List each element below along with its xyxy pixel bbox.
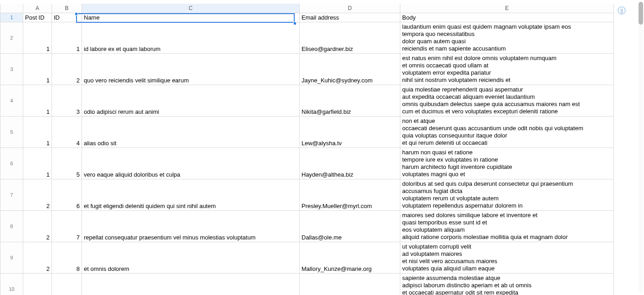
cell-D10[interactable]: Meghan_Littel@rene.us — [300, 273, 400, 295]
cell-C7[interactable]: et fugit eligendi deleniti quidem qui si… — [82, 179, 300, 210]
col-header-E[interactable]: E — [400, 4, 614, 13]
row-header-2[interactable]: 2 — [0, 22, 23, 53]
cell-E3[interactable]: est natus enim nihil est dolore omnis vo… — [400, 53, 614, 85]
cell-D3[interactable]: Jayne_Kuhic@sydney.com — [300, 53, 400, 85]
cell-C1[interactable]: Name — [82, 13, 300, 22]
cell-D8[interactable]: Dallas@ole.me — [300, 210, 400, 242]
col-header-C[interactable]: C — [82, 4, 300, 13]
cell-C2[interactable]: id labore ex et quam laborum — [82, 22, 300, 53]
cell-B1[interactable]: ID — [52, 13, 82, 22]
cell-D4[interactable]: Nikita@garfield.biz — [300, 85, 400, 116]
col-header-B[interactable]: B — [52, 4, 82, 13]
cell-D6[interactable]: Hayden@althea.biz — [300, 148, 400, 179]
cell-E4[interactable]: quia molestiae reprehenderit quasi asper… — [400, 85, 614, 116]
cell-C5[interactable]: alias odio sit — [82, 116, 300, 148]
cell-C4[interactable]: odio adipisci rerum aut animi — [82, 85, 300, 116]
cell-A6[interactable]: 1 — [23, 148, 52, 179]
cell-C9[interactable]: et omnis dolorem — [82, 242, 300, 273]
row-header-3[interactable]: 3 — [0, 53, 23, 85]
cell-B9[interactable]: 8 — [52, 242, 82, 273]
cell-A2[interactable]: 1 — [23, 22, 52, 53]
cell-B3[interactable]: 2 — [52, 53, 82, 85]
cell-C3[interactable]: quo vero reiciendis velit similique earu… — [82, 53, 300, 85]
vertical-scrollbar-track[interactable] — [639, 2, 643, 293]
cell-D7[interactable]: Presley.Mueller@myrl.com — [300, 179, 400, 210]
row-header-10[interactable]: 10 — [0, 273, 23, 295]
cell-E5[interactable]: non et atque occaecati deserunt quas acc… — [400, 116, 614, 148]
col-header-D[interactable]: D — [300, 4, 400, 13]
cell-D9[interactable]: Mallory_Kunze@marie.org — [300, 242, 400, 273]
row-header-8[interactable]: 8 — [0, 210, 23, 242]
cell-E9[interactable]: ut voluptatem corrupti velit ad voluptat… — [400, 242, 614, 273]
cell-A3[interactable]: 1 — [23, 53, 52, 85]
cell-C10[interactable]: provident id voluptas — [82, 273, 300, 295]
cell-A4[interactable]: 1 — [23, 85, 52, 116]
cell-A1[interactable]: Post ID — [23, 13, 52, 22]
cell-A8[interactable]: 2 — [23, 210, 52, 242]
cell-C8[interactable]: repellat consequatur praesentium vel min… — [82, 210, 300, 242]
col-header-A[interactable]: A — [23, 4, 52, 13]
cell-E8[interactable]: maiores sed dolores similique labore et … — [400, 210, 614, 242]
cell-D1[interactable]: Email address — [300, 13, 400, 22]
cell-B7[interactable]: 6 — [52, 179, 82, 210]
cell-B6[interactable]: 5 — [52, 148, 82, 179]
cell-A9[interactable]: 2 — [23, 242, 52, 273]
cell-B5[interactable]: 4 — [52, 116, 82, 148]
cell-D5[interactable]: Lew@alysha.tv — [300, 116, 400, 148]
cell-B10[interactable]: 9 — [52, 273, 82, 295]
cell-E1[interactable]: Body — [400, 13, 614, 22]
vertical-scrollbar-thumb[interactable] — [639, 2, 643, 25]
cell-B2[interactable]: 1 — [52, 22, 82, 53]
row-header-4[interactable]: 4 — [0, 85, 23, 116]
cell-E6[interactable]: harum non quasi et ratione tempore iure … — [400, 148, 614, 179]
corner-header[interactable] — [0, 4, 23, 13]
cell-A5[interactable]: 1 — [23, 116, 52, 148]
cell-D2[interactable]: Eliseo@gardner.biz — [300, 22, 400, 53]
cell-A7[interactable]: 2 — [23, 179, 52, 210]
column-overflow-glyph: || — [620, 8, 623, 13]
row-header-1[interactable]: 1 — [0, 13, 23, 22]
cell-E10[interactable]: sapiente assumenda molestiae atque adipi… — [400, 273, 614, 295]
cell-E2[interactable]: laudantium enim quasi est quidem magnam … — [400, 22, 614, 53]
cell-E7[interactable]: doloribus at sed quis culpa deserunt con… — [400, 179, 614, 210]
row-header-6[interactable]: 6 — [0, 148, 23, 179]
row-header-9[interactable]: 9 — [0, 242, 23, 273]
cell-C6[interactable]: vero eaque aliquid doloribus et culpa — [82, 148, 300, 179]
spreadsheet-grid[interactable]: A B C D E 1 Post ID ID Name Email addres… — [0, 4, 614, 295]
column-overflow-circle[interactable]: || — [618, 6, 626, 15]
row-header-7[interactable]: 7 — [0, 179, 23, 210]
row-header-5[interactable]: 5 — [0, 116, 23, 148]
cell-A10[interactable]: 2 — [23, 273, 52, 295]
cell-B8[interactable]: 7 — [52, 210, 82, 242]
cell-B4[interactable]: 3 — [52, 85, 82, 116]
